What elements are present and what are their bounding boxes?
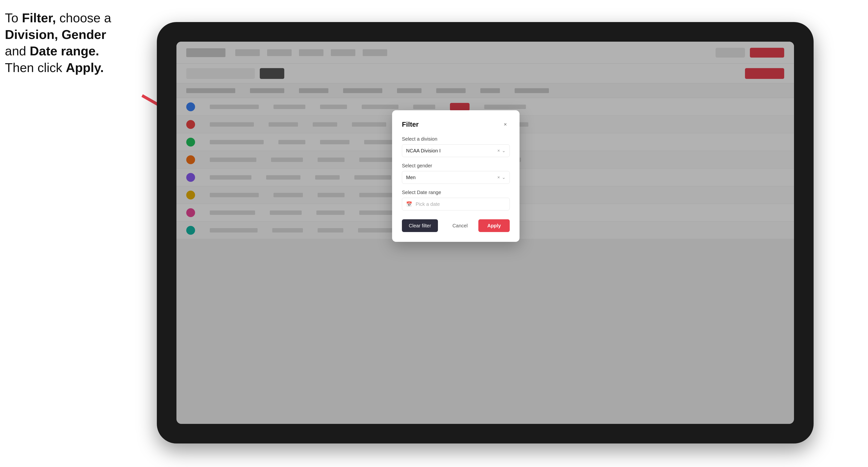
division-select[interactable]: NCAA Division I × ⌄ [402,144,510,157]
cancel-button[interactable]: Cancel [445,219,474,232]
date-label: Select Date range [402,190,510,195]
clear-filter-button[interactable]: Clear filter [402,219,438,232]
division-chevron-icon: ⌄ [502,148,505,153]
division-value: NCAA Division I [406,148,441,154]
apply-button[interactable]: Apply [478,219,510,232]
date-placeholder: Pick a date [415,201,440,207]
gender-select[interactable]: Men × ⌄ [402,171,510,184]
filter-modal: Filter × Select a division NCAA Division… [392,110,520,242]
gender-chevron-icon: ⌄ [502,175,505,180]
filter-bold: Filter, [22,11,56,25]
date-form-group: Select Date range 📅 Pick a date [402,190,510,211]
gender-label: Select gender [402,163,510,168]
select-controls: × ⌄ [497,148,505,153]
modal-close-button[interactable]: × [501,120,510,129]
division-clear-icon[interactable]: × [497,148,500,153]
action-buttons: Cancel Apply [445,219,510,232]
date-range-bold: Date range. [30,44,99,58]
division-gender-bold: Division, Gender [5,27,106,42]
calendar-icon: 📅 [406,201,412,207]
gender-value: Men [406,175,415,180]
modal-title: Filter [402,121,418,128]
modal-header: Filter × [402,120,510,129]
modal-overlay: Filter × Select a division NCAA Division… [177,42,794,424]
tablet-frame: Filter × Select a division NCAA Division… [157,22,814,443]
select-controls: × ⌄ [497,175,505,180]
gender-form-group: Select gender Men × ⌄ [402,163,510,184]
instruction-text: To Filter, choose a Division, Gender and… [5,10,147,76]
gender-clear-icon[interactable]: × [497,175,500,180]
division-form-group: Select a division NCAA Division I × ⌄ [402,136,510,157]
date-input[interactable]: 📅 Pick a date [402,198,510,211]
tablet-screen: Filter × Select a division NCAA Division… [177,42,794,424]
apply-bold: Apply. [66,61,104,75]
division-label: Select a division [402,136,510,142]
modal-footer: Clear filter Cancel Apply [402,219,510,232]
